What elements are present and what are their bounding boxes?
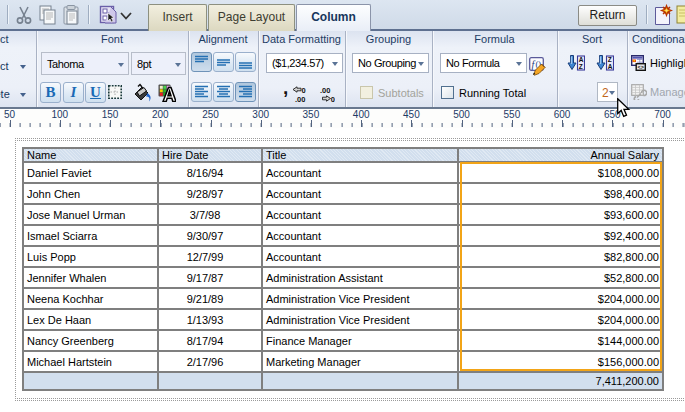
svg-text:.00: .00 bbox=[320, 86, 330, 95]
svg-text:<>: <> bbox=[638, 64, 644, 70]
svg-text:Z: Z bbox=[579, 63, 583, 70]
svg-text:A: A bbox=[608, 63, 613, 70]
svg-text:.00: .00 bbox=[295, 95, 305, 103]
svg-text:0: 0 bbox=[331, 95, 335, 103]
